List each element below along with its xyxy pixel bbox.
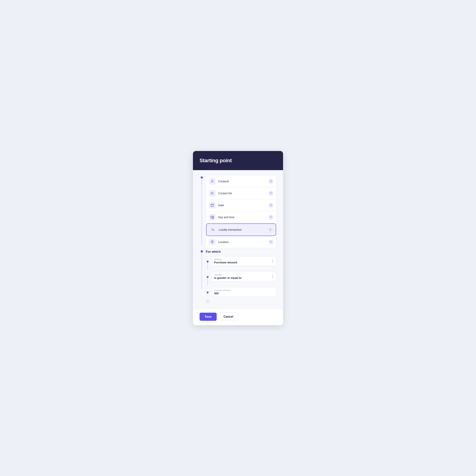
date-icon-wrap bbox=[209, 202, 216, 209]
attribute-dot bbox=[207, 261, 209, 262]
dialog-header: Starting point bbox=[193, 151, 283, 170]
loyalty-icon-wrap bbox=[209, 226, 216, 233]
person-list-icon bbox=[210, 191, 214, 195]
attribute-label: Attribute bbox=[214, 258, 237, 260]
arrow-down: ▼ bbox=[272, 261, 274, 263]
for-which-section: For which Attribute Purchase amount bbox=[200, 250, 276, 304]
dialog-footer: Save Cancel bbox=[193, 309, 283, 325]
date-label: Date bbox=[218, 204, 269, 207]
starting-point-dialog: Starting point bbox=[193, 151, 283, 325]
cancel-button[interactable]: Cancel bbox=[219, 313, 238, 321]
for-which-content: For which Attribute Purchase amount bbox=[206, 250, 276, 304]
contacts-icon-wrap bbox=[209, 178, 216, 185]
loyalty-label: Loyalty transaction bbox=[219, 228, 268, 231]
end-dot bbox=[206, 299, 209, 304]
operator-field-row: Operator Is greater or equal to ▲ ▼ bbox=[206, 272, 276, 285]
attribute-dot-col bbox=[206, 256, 209, 270]
purchase-amount-label: Purchase amount bbox=[214, 289, 274, 291]
attribute-field-row: Attribute Purchase amount ▲ ▼ bbox=[206, 256, 276, 270]
date-help-btn[interactable]: ? bbox=[269, 203, 273, 208]
person-icon bbox=[210, 180, 214, 183]
arrow-down: ▼ bbox=[272, 277, 274, 278]
location-pin-icon bbox=[210, 240, 214, 244]
svg-point-0 bbox=[212, 180, 213, 181]
calendar-clock-icon bbox=[210, 215, 214, 219]
location-help-btn[interactable]: ? bbox=[269, 240, 273, 244]
save-button[interactable]: Save bbox=[200, 313, 217, 321]
location-label: Location bbox=[218, 240, 269, 243]
calendar-icon bbox=[210, 204, 214, 207]
operator-arrows: ▲ ▼ bbox=[272, 275, 274, 278]
purchase-dot-col bbox=[206, 287, 209, 293]
operator-line bbox=[207, 278, 208, 285]
operator-field: Operator Is greater or equal to ▲ ▼ bbox=[211, 272, 276, 281]
attribute-line bbox=[207, 262, 208, 270]
purchase-dot bbox=[207, 291, 209, 293]
attribute-inner: Attribute Purchase amount bbox=[214, 258, 237, 264]
options-dot-col bbox=[200, 176, 204, 245]
location-icon-wrap bbox=[209, 239, 216, 245]
arrow-up: ▲ bbox=[272, 259, 274, 261]
loyalty-help-btn[interactable]: ? bbox=[268, 227, 273, 232]
day-time-help-btn[interactable]: ? bbox=[269, 215, 273, 220]
options-list-wrap: Contacts ? Contact bbox=[206, 175, 276, 248]
operator-inner: Operator Is greater or equal to bbox=[214, 274, 241, 279]
svg-point-11 bbox=[212, 241, 213, 242]
contact-list-help-btn[interactable]: ? bbox=[269, 191, 273, 196]
option-day-and-time[interactable]: Day and time ? bbox=[206, 211, 276, 223]
operator-label: Operator bbox=[214, 274, 241, 276]
option-contacts[interactable]: Contacts ? bbox=[206, 175, 276, 187]
contact-list-label: Contact list bbox=[218, 192, 269, 195]
attribute-value: Purchase amount bbox=[214, 261, 237, 264]
option-location[interactable]: Location ? bbox=[206, 236, 276, 248]
operator-dot-col bbox=[206, 272, 209, 285]
for-which-dot-col bbox=[200, 250, 204, 289]
attribute-arrows: ▲ ▼ bbox=[272, 259, 274, 263]
purchase-amount-field-row: Purchase amount 500 bbox=[206, 287, 276, 297]
day-time-icon-wrap bbox=[209, 214, 216, 221]
contacts-label: Contacts bbox=[218, 180, 269, 183]
attribute-field: Attribute Purchase amount ▲ ▼ bbox=[211, 256, 276, 266]
svg-point-1 bbox=[211, 192, 212, 193]
attribute-select[interactable]: Attribute Purchase amount ▲ ▼ bbox=[211, 256, 276, 266]
operator-select[interactable]: Operator Is greater or equal to ▲ ▼ bbox=[211, 272, 276, 281]
operator-dot bbox=[207, 276, 209, 278]
arrows-icon bbox=[211, 228, 215, 232]
options-dot bbox=[201, 176, 203, 179]
purchase-amount-input-box[interactable]: Purchase amount 500 bbox=[211, 287, 276, 297]
for-which-line bbox=[202, 253, 202, 289]
option-contact-list[interactable]: Contact list ? bbox=[206, 187, 276, 199]
svg-rect-4 bbox=[211, 204, 214, 206]
dialog-body: Contacts ? Contact bbox=[193, 170, 283, 309]
options-list: Contacts ? Contact bbox=[206, 175, 276, 248]
contacts-help-btn[interactable]: ? bbox=[269, 179, 273, 184]
option-loyalty-transaction[interactable]: Loyalty transaction ? bbox=[206, 223, 276, 236]
options-line bbox=[202, 179, 202, 245]
purchase-amount-value: 500 bbox=[214, 292, 274, 295]
options-section: Contacts ? Contact bbox=[200, 175, 276, 248]
purchase-amount-field: Purchase amount 500 bbox=[211, 287, 276, 297]
option-date[interactable]: Date ? bbox=[206, 199, 276, 211]
arrow-up: ▲ bbox=[272, 275, 274, 276]
for-which-dot bbox=[201, 250, 203, 253]
dialog-title: Starting point bbox=[200, 158, 276, 164]
for-which-label: For which bbox=[206, 250, 276, 254]
operator-value: Is greater or equal to bbox=[214, 276, 241, 279]
contact-list-icon-wrap bbox=[209, 190, 216, 197]
day-time-label: Day and time bbox=[218, 216, 269, 219]
